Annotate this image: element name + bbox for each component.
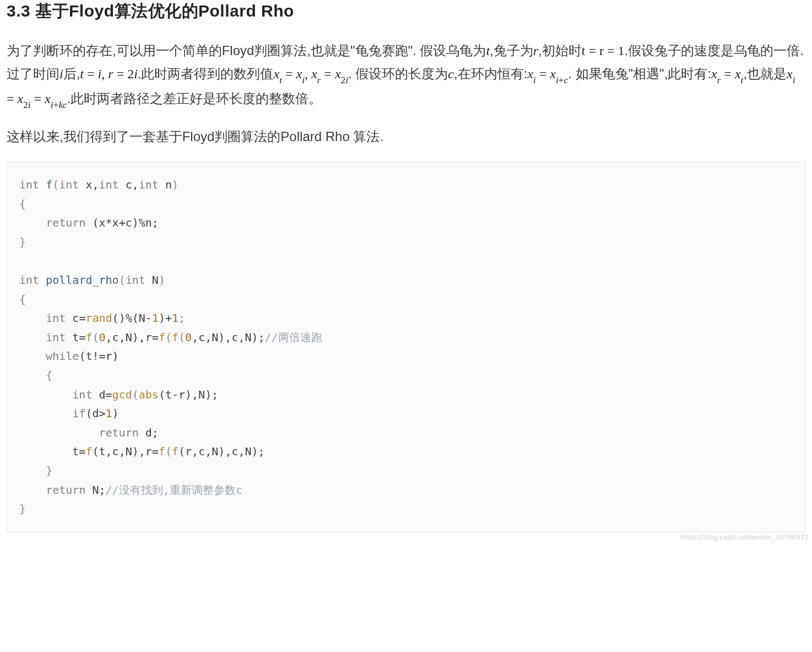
math-r: r	[533, 44, 538, 58]
text: ,也就是	[743, 66, 787, 81]
code-brace: }	[19, 235, 26, 249]
code-brace: }	[19, 464, 52, 477]
text: 后,	[63, 66, 80, 81]
code-keyword: int	[72, 388, 92, 401]
code-punct: (	[119, 273, 126, 287]
code-punct: (	[165, 445, 172, 458]
code-comment: //没有找到,重新调整参数c	[106, 483, 242, 497]
code-var: n	[159, 178, 172, 191]
math-init: t = r = 1	[582, 44, 625, 58]
code-keyword: while	[46, 349, 79, 363]
code-expr: (r,c,N),c,N);	[178, 445, 265, 458]
code-brace: {	[19, 293, 26, 306]
math-i: i	[59, 67, 63, 81]
code-keyword: return	[99, 426, 139, 439]
code-var: c=	[66, 311, 85, 325]
math-after: t = i, r = 2i	[80, 67, 137, 81]
code-expr: )+	[159, 311, 172, 325]
code-expr: t=	[19, 445, 85, 458]
code-var: x,	[79, 178, 99, 191]
text: . 假设环的长度为	[348, 66, 448, 81]
paragraph-2: 这样以来,我们得到了一套基于Floyd判圈算法的Pollard Rho 算法.	[7, 125, 805, 148]
code-call: f	[159, 331, 165, 344]
math-c: c	[448, 67, 454, 81]
code-number: 1	[172, 311, 178, 325]
code-var: c,	[119, 178, 139, 191]
text: ,在环内恒有:	[454, 66, 527, 81]
code-expr: N;	[85, 483, 105, 497]
text: .此时两者路径之差正好是环长度的整数倍。	[67, 91, 322, 106]
code-brace: {	[19, 197, 26, 211]
math-cycle: xi = xi+c	[527, 67, 568, 81]
code-comment: //两倍速跑	[265, 331, 322, 344]
code-number: 0	[99, 331, 106, 344]
text: . 如果龟兔"相遇",此时有:	[568, 66, 711, 81]
watermark-text: https://blog.csdn.net/weixin_45750972	[681, 533, 809, 541]
code-expr: (x*x+c)%n;	[85, 216, 158, 229]
code-var: N	[145, 273, 159, 287]
code-keyword: int	[99, 178, 119, 191]
code-call: abs	[139, 388, 159, 401]
code-number: 1	[106, 407, 112, 420]
code-keyword: int	[139, 178, 159, 191]
text: 为了判断环的存在,可以用一个简单的Floyd判圈算法,也就是"龟兔赛跑". 假设…	[7, 43, 486, 58]
text: ,兔子为	[490, 43, 533, 58]
code-punct: (	[132, 388, 139, 401]
code-call: f	[172, 445, 178, 458]
math-xt-xi: xt = xi, xr = x2i	[273, 67, 348, 81]
code-expr: ,c,N),r=	[106, 331, 159, 344]
code-number: 1	[152, 311, 159, 325]
code-block[interactable]: int f(int x,int c,int n) { return (x*x+c…	[7, 161, 805, 532]
code-call: rand	[85, 311, 112, 325]
code-punct: )	[159, 273, 165, 287]
code-number: 0	[185, 331, 192, 344]
code-var: d=	[92, 388, 112, 401]
code-call: gcd	[112, 388, 132, 401]
code-expr: d;	[139, 426, 159, 439]
code-punct: ;	[178, 311, 185, 325]
code-keyword: return	[46, 216, 85, 229]
code-brace: }	[19, 502, 26, 515]
code-call: f	[85, 445, 92, 458]
code-cond: )	[112, 407, 119, 420]
code-keyword: int	[19, 273, 39, 287]
code-keyword: if	[72, 407, 85, 420]
code-expr: (t,c,N),r=	[92, 445, 158, 458]
code-punct: )	[172, 178, 178, 191]
code-expr: (t-r),N);	[159, 388, 218, 401]
code-punct: (	[52, 178, 59, 191]
code-keyword: int	[46, 311, 66, 325]
code-keyword: int	[19, 178, 39, 191]
math-meet: xr = xt	[711, 67, 743, 81]
text: .此时两者得到的数列值	[138, 66, 274, 81]
text: ,初始时	[538, 43, 582, 58]
code-punct: (	[165, 331, 172, 344]
code-expr: ,c,N),c,N);	[192, 331, 264, 344]
code-call: f	[172, 331, 178, 344]
section-heading: 3.3 基于Floyd算法优化的Pollard Rho	[7, 0, 805, 23]
code-brace: {	[19, 369, 52, 382]
code-call: f	[159, 445, 165, 458]
code-call: f	[85, 331, 92, 344]
paragraph-1: 为了判断环的存在,可以用一个简单的Floyd判圈算法,也就是"龟兔赛跑". 假设…	[7, 39, 805, 112]
code-keyword: int	[46, 331, 66, 344]
code-var: t=	[66, 331, 85, 344]
code-cond: (t!=r)	[79, 349, 118, 363]
code-keyword: return	[46, 483, 85, 497]
code-expr: ()%(N-	[112, 311, 152, 325]
code-punct: (	[92, 331, 99, 344]
code-fn-name: f	[46, 178, 52, 191]
code-keyword: int	[59, 178, 79, 191]
code-punct: (	[178, 331, 185, 344]
code-fn-name: pollard_rho	[46, 273, 118, 287]
code-keyword: int	[126, 273, 145, 287]
code-cond: (d>	[85, 407, 105, 420]
